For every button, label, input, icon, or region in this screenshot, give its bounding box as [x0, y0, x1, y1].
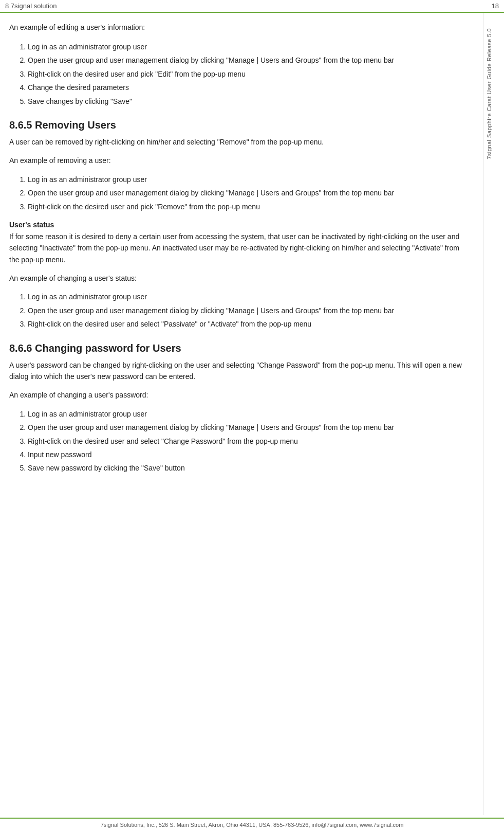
list-item: Log in as an administrator group user [28, 408, 469, 420]
users-status-heading: User's status [9, 221, 469, 229]
section-865-intro: A user can be removed by right-clicking … [9, 136, 469, 148]
status-example-label: An example of changing a user's status: [9, 273, 469, 284]
password-example-list: Log in as an administrator group user Op… [28, 408, 469, 474]
edit-intro: An example of editing a user's informati… [9, 22, 469, 33]
list-item: Open the user group and user management … [28, 55, 469, 66]
list-item: Input new password [28, 449, 469, 460]
users-status-paragraph: If for some reason it is desired to deny… [9, 231, 469, 265]
list-item: Right-click on the desired user and pick… [28, 68, 469, 80]
sidebar: 7signal Sapphire Carat User Guide Releas… [483, 13, 494, 815]
list-item: Log in as an administrator group user [28, 291, 469, 302]
remove-example-label: An example of removing a user: [9, 155, 469, 166]
main-content: An example of editing a user's informati… [0, 13, 483, 815]
list-item: Open the user group and user management … [28, 187, 469, 198]
footer-bar: 7signal Solutions, Inc., 526 S. Main Str… [0, 818, 504, 831]
footer-text: 7signal Solutions, Inc., 526 S. Main Str… [101, 822, 404, 828]
list-item: Log in as an administrator group user [28, 41, 469, 52]
sidebar-label: 7signal Sapphire Carat User Guide Releas… [486, 28, 492, 159]
list-item: Open the user group and user management … [28, 305, 469, 316]
list-item: Log in as an administrator group user [28, 174, 469, 185]
section-866-heading: 8.6.6 Changing password for Users [9, 342, 469, 354]
page-container: 8 7signal solution 18 An example of edit… [0, 0, 504, 831]
list-item: Open the user group and user management … [28, 422, 469, 433]
list-item: Right-click on the desired user and sele… [28, 436, 469, 447]
header-right: 18 [492, 2, 499, 10]
status-example-list: Log in as an administrator group user Op… [28, 291, 469, 330]
top-bar: 8 7signal solution 18 [0, 0, 504, 13]
remove-example-list: Log in as an administrator group user Op… [28, 174, 469, 212]
list-item: Right-click on the desired user and sele… [28, 318, 469, 330]
header-left: 8 7signal solution [5, 2, 57, 10]
list-item: Save changes by clicking "Save" [28, 96, 469, 107]
list-item: Right-click on the desired user and pick… [28, 201, 469, 212]
edit-example-list: Log in as an administrator group user Op… [28, 41, 469, 107]
content-area: An example of editing a user's informati… [0, 13, 504, 815]
section-866-intro: A user's password can be changed by righ… [9, 359, 469, 383]
list-item: Save new password by clicking the "Save"… [28, 462, 469, 474]
password-example-label: An example of changing a user's password… [9, 389, 469, 401]
list-item: Change the desired parameters [28, 82, 469, 93]
section-865-heading: 8.6.5 Removing Users [9, 119, 469, 131]
